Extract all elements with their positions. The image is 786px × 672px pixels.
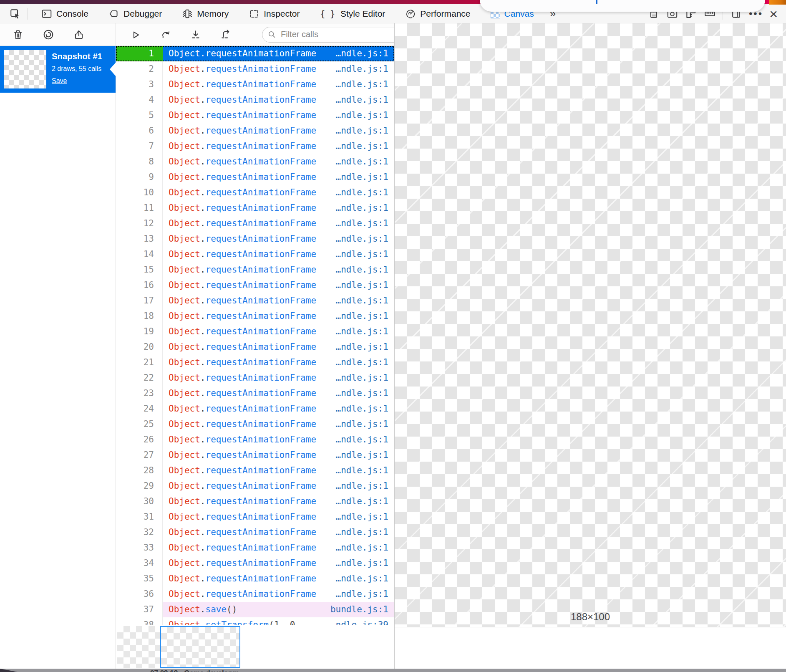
tab-performance[interactable]: Performance xyxy=(395,4,480,23)
call-row[interactable]: 24Object.requestAnimationFrame…ndle.js:1 xyxy=(116,401,394,417)
call-row[interactable]: 14Object.requestAnimationFrame…ndle.js:1 xyxy=(116,247,394,262)
call-row[interactable]: 33Object.requestAnimationFrame…ndle.js:1 xyxy=(116,540,394,556)
call-row[interactable]: 7Object.requestAnimationFrame…ndle.js:1 xyxy=(116,139,394,154)
call-row[interactable]: 23Object.requestAnimationFrame…ndle.js:1 xyxy=(116,386,394,401)
call-row[interactable]: 18Object.requestAnimationFrame…ndle.js:1 xyxy=(116,308,394,324)
call-code: Object.requestAnimationFrame xyxy=(163,123,316,139)
import-export-icon xyxy=(73,29,85,40)
clear-snapshots-button[interactable] xyxy=(8,26,28,43)
tab-console[interactable]: Console xyxy=(31,4,98,23)
tab-debugger[interactable]: Debugger xyxy=(98,4,172,23)
filmstrip-thumbnail[interactable] xyxy=(117,626,160,668)
performance-icon xyxy=(405,8,416,19)
call-code: Object.requestAnimationFrame xyxy=(163,447,316,463)
call-row[interactable]: 3Object.requestAnimationFrame…ndle.js:1 xyxy=(116,77,394,92)
call-row[interactable]: 11Object.requestAnimationFrame…ndle.js:1 xyxy=(116,200,394,216)
call-location: …ndle.js:1 xyxy=(336,262,394,278)
filter-calls-input[interactable] xyxy=(262,27,395,43)
call-code: Object.requestAnimationFrame xyxy=(163,278,316,293)
call-row[interactable]: 8Object.requestAnimationFrame…ndle.js:1 xyxy=(116,154,394,169)
snapshot-save-link[interactable]: Save xyxy=(52,77,67,85)
call-row[interactable]: 31Object.requestAnimationFrame…ndle.js:1 xyxy=(116,509,394,525)
call-row[interactable]: 38Object.setTransform(1, 0,ndle.js:39 xyxy=(116,617,394,625)
call-row[interactable]: 28Object.requestAnimationFrame…ndle.js:1 xyxy=(116,463,394,478)
call-location: …ndle.js:1 xyxy=(336,169,394,185)
call-row[interactable]: 34Object.requestAnimationFrame…ndle.js:1 xyxy=(116,556,394,571)
step-in-button[interactable] xyxy=(186,26,205,43)
tab-style-editor[interactable]: { } Style Editor xyxy=(310,4,396,23)
call-row[interactable]: 13Object.requestAnimationFrame…ndle.js:1 xyxy=(116,231,394,247)
call-row[interactable]: 35Object.requestAnimationFrame…ndle.js:1 xyxy=(116,571,394,586)
call-line-number: 17 xyxy=(116,293,163,308)
call-row[interactable]: 30Object.requestAnimationFrame…ndle.js:1 xyxy=(116,494,394,509)
call-row[interactable]: 21Object.requestAnimationFrame…ndle.js:1 xyxy=(116,355,394,370)
call-code: Object.requestAnimationFrame xyxy=(163,200,316,216)
call-row[interactable]: 25Object.requestAnimationFrame…ndle.js:1 xyxy=(116,417,394,432)
call-row[interactable]: 9Object.requestAnimationFrame…ndle.js:1 xyxy=(116,169,394,185)
call-code: Object.requestAnimationFrame xyxy=(163,556,316,571)
call-row[interactable]: 26Object.requestAnimationFrame…ndle.js:1 xyxy=(116,432,394,447)
call-list: 1Object.requestAnimationFrame…ndle.js:12… xyxy=(116,46,394,625)
call-line-number: 28 xyxy=(116,463,163,478)
call-code: Object.requestAnimationFrame xyxy=(163,540,316,556)
call-row[interactable]: 22Object.requestAnimationFrame…ndle.js:1 xyxy=(116,370,394,386)
snapshot-meta: 2 draws, 55 calls xyxy=(52,65,102,73)
call-row[interactable]: 17Object.requestAnimationFrame…ndle.js:1 xyxy=(116,293,394,308)
call-row[interactable]: 19Object.requestAnimationFrame…ndle.js:1 xyxy=(116,324,394,339)
step-over-button[interactable] xyxy=(156,26,175,43)
call-line-number: 2 xyxy=(116,61,163,77)
step-out-icon xyxy=(220,29,232,40)
call-code: Object.requestAnimationFrame xyxy=(163,77,316,92)
call-row[interactable]: 4Object.requestAnimationFrame…ndle.js:1 xyxy=(116,92,394,108)
call-code: Object.requestAnimationFrame xyxy=(163,247,316,262)
pick-element-icon xyxy=(10,8,20,19)
call-location: …ndle.js:1 xyxy=(336,185,394,200)
call-location: …ndle.js:1 xyxy=(336,509,394,525)
call-row[interactable]: 20Object.requestAnimationFrame…ndle.js:1 xyxy=(116,339,394,355)
call-location: …ndle.js:1 xyxy=(336,293,394,308)
background-window-title: 07.09.18 - Game developm xyxy=(150,669,239,672)
tab-inspector[interactable]: Inspector xyxy=(239,4,310,23)
search-icon xyxy=(267,30,277,39)
call-code: Object.requestAnimationFrame xyxy=(163,185,316,200)
background-window-titlebar-edge: 07.09.18 - Game developm xyxy=(0,669,786,672)
call-line-number: 15 xyxy=(116,262,163,278)
call-row[interactable]: 29Object.requestAnimationFrame…ndle.js:1 xyxy=(116,478,394,494)
call-code: Object.requestAnimationFrame xyxy=(163,432,316,447)
close-devtools-button[interactable]: × xyxy=(767,7,780,21)
call-row[interactable]: 27Object.requestAnimationFrame…ndle.js:1 xyxy=(116,447,394,463)
resume-button[interactable] xyxy=(126,26,145,43)
call-row[interactable]: 10Object.requestAnimationFrame…ndle.js:1 xyxy=(116,185,394,200)
call-row[interactable]: 2Object.requestAnimationFrame…ndle.js:1 xyxy=(116,61,394,77)
call-line-number: 27 xyxy=(116,447,163,463)
call-row[interactable]: 5Object.requestAnimationFrame…ndle.js:1 xyxy=(116,108,394,123)
call-code: Object.save() xyxy=(163,602,237,617)
tab-label: Memory xyxy=(197,9,229,19)
filmstrip-thumbnail-selected[interactable] xyxy=(160,626,240,668)
call-row[interactable]: 37Object.save()bundle.js:1 xyxy=(116,602,394,617)
call-row[interactable]: 6Object.requestAnimationFrame…ndle.js:1 xyxy=(116,123,394,139)
tab-memory[interactable]: Memory xyxy=(172,4,239,23)
call-code: Object.requestAnimationFrame xyxy=(163,401,316,417)
import-snapshot-button[interactable] xyxy=(69,26,88,43)
call-row[interactable]: 16Object.requestAnimationFrame…ndle.js:1 xyxy=(116,278,394,293)
pick-element-button[interactable] xyxy=(6,5,24,22)
call-row[interactable]: 12Object.requestAnimationFrame…ndle.js:1 xyxy=(116,216,394,231)
call-row[interactable]: 36Object.requestAnimationFrame…ndle.js:1 xyxy=(116,586,394,602)
call-row[interactable]: 32Object.requestAnimationFrame…ndle.js:1 xyxy=(116,525,394,540)
snapshot-list-item[interactable]: Snapshot #1 2 draws, 55 calls Save xyxy=(0,46,116,93)
call-code: Object.requestAnimationFrame xyxy=(163,61,316,77)
call-row[interactable]: 1Object.requestAnimationFrame…ndle.js:1 xyxy=(116,46,394,61)
call-row[interactable]: 15Object.requestAnimationFrame…ndle.js:1 xyxy=(116,262,394,278)
record-snapshot-button[interactable] xyxy=(39,26,58,43)
memory-icon xyxy=(182,8,193,19)
call-location: …ndle.js:1 xyxy=(336,77,394,92)
call-code: Object.requestAnimationFrame xyxy=(163,92,316,108)
tab-label: Style Editor xyxy=(340,9,385,19)
call-location: …ndle.js:1 xyxy=(336,586,394,602)
call-line-number: 35 xyxy=(116,571,163,586)
step-out-button[interactable] xyxy=(216,26,235,43)
call-location: …ndle.js:1 xyxy=(336,417,394,432)
call-code: Object.requestAnimationFrame xyxy=(163,494,316,509)
step-in-icon xyxy=(190,29,202,40)
